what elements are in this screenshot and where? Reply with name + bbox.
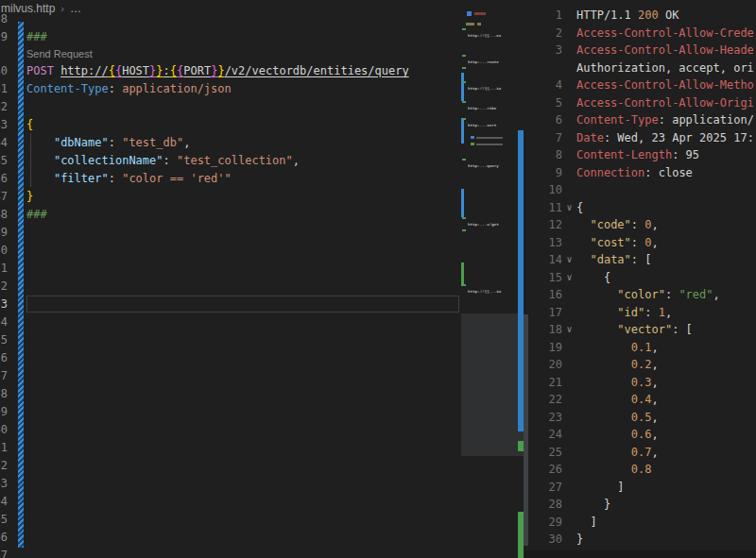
request-url-link[interactable]: { (170, 64, 177, 77)
code-token: HTTP/1.1 (576, 8, 638, 22)
code-token: Connection (576, 166, 644, 179)
request-url-link[interactable]: HOST (122, 64, 149, 77)
codelens-row[interactable]: Send Request (0, 46, 461, 62)
response-line[interactable]: 27 ] (524, 479, 756, 497)
response-line[interactable]: 2Access-Control-Allow-Crede (524, 25, 756, 42)
response-line[interactable]: 1HTTP/1.1 200 OK (524, 7, 756, 25)
request-line[interactable]: 51 (0, 260, 461, 278)
response-line[interactable]: 15∨ { (524, 269, 756, 287)
response-line[interactable]: 19 0.1, (524, 339, 756, 357)
request-line[interactable]: 62 (0, 457, 461, 475)
line-number: 63 (0, 475, 8, 493)
request-url-link[interactable]: } (217, 64, 224, 77)
response-line[interactable]: 21 0.3, (524, 374, 756, 392)
line-number: 47 (0, 188, 8, 206)
response-line[interactable]: 24 0.6, (524, 426, 756, 444)
response-line[interactable]: 10 (524, 181, 756, 199)
minimap-slider[interactable] (461, 313, 524, 456)
response-line[interactable]: 6Content-Type: application/ (524, 111, 756, 129)
request-url-link[interactable]: { (109, 64, 115, 77)
minimap-line: http:...s/get (468, 222, 499, 227)
code-token: application/json (122, 82, 232, 95)
request-line[interactable]: 40POST http://{{HOST}}:{{PORT}}/v2/vecto… (0, 62, 461, 80)
request-line[interactable]: 57 (0, 367, 461, 385)
request-line[interactable]: 54 (0, 313, 461, 331)
response-line[interactable]: 16 "color": "red", (524, 286, 756, 304)
request-line[interactable]: 58 (0, 385, 461, 403)
breadcrumb-more[interactable]: … (70, 2, 81, 15)
response-line[interactable]: Authorization, accept, ori (524, 59, 756, 77)
request-line[interactable]: 46 "filter": "color == 'red'" (0, 170, 461, 188)
line-number: 42 (0, 98, 8, 116)
request-url-link[interactable]: /v2/vectordb/entities/query (225, 64, 409, 77)
request-line[interactable]: 43{ (0, 116, 461, 134)
code-token: , (651, 446, 658, 459)
response-line[interactable]: 12 "code": 0, (524, 216, 756, 234)
request-url-link[interactable]: } (156, 64, 163, 77)
response-line[interactable]: 18∨ "vector": [ (524, 321, 756, 339)
request-line[interactable]: 47} (0, 188, 461, 206)
response-line[interactable]: 25 0.7, (524, 444, 756, 462)
response-line[interactable]: 20 0.2, (524, 356, 756, 374)
code-token: 0 (644, 236, 651, 249)
code-token: "collectionName" (54, 154, 163, 167)
minimap-separator-tick (462, 55, 466, 57)
response-line[interactable]: 30} (524, 531, 756, 549)
request-line[interactable]: 53 (0, 296, 461, 313)
breadcrumb-file[interactable]: milvus.http (1, 2, 55, 15)
response-line[interactable]: 17 "id": 1, (524, 304, 756, 322)
code-token: Access-Control-Allow-Crede (576, 26, 754, 40)
request-url-link[interactable]: PORT (183, 64, 211, 77)
line-number: 12 (524, 216, 562, 234)
code-token: Access-Control-Allow-Heade (576, 43, 754, 57)
response-line[interactable]: 5Access-Control-Allow-Origi (524, 94, 756, 112)
request-line[interactable]: 52 (0, 278, 461, 296)
request-line[interactable]: 49 (0, 224, 461, 242)
request-code-area[interactable]: 3839###Send Request40POST http://{{HOST}… (0, 10, 461, 558)
request-line[interactable]: 61 (0, 439, 461, 457)
request-line[interactable]: 65 (0, 511, 461, 529)
code-token: { (576, 271, 610, 284)
request-line[interactable]: 64 (0, 493, 461, 511)
request-url-link[interactable]: : (163, 64, 170, 77)
minimap[interactable]: http://{{...eshttp:...reatehttp://{{...i… (461, 0, 518, 558)
response-line[interactable]: 14∨ "data": [ (524, 251, 756, 269)
line-number: 48 (0, 206, 8, 224)
code-token: "color == 'red'" (122, 172, 232, 185)
request-line[interactable]: 60 (0, 421, 461, 439)
response-line[interactable]: 28 } (524, 496, 756, 514)
fold-chevron-icon[interactable]: ∨ (562, 199, 576, 217)
fold-chevron-icon[interactable]: ∨ (562, 269, 576, 287)
request-line[interactable]: 48### (0, 206, 461, 224)
response-line[interactable]: 3Access-Control-Allow-Heade (524, 42, 756, 59)
request-line[interactable]: 56 (0, 349, 461, 367)
response-code-area[interactable]: 1HTTP/1.1 200 OK2Access-Control-Allow-Cr… (524, 7, 756, 549)
request-url-link[interactable]: http:// (60, 64, 109, 77)
request-line[interactable]: 63 (0, 475, 461, 493)
request-line[interactable]: 55 (0, 331, 461, 349)
response-line[interactable]: 23 0.5, (524, 409, 756, 427)
response-line[interactable]: 22 0.4, (524, 391, 756, 409)
response-line[interactable]: 8Content-Length: 95 (524, 146, 756, 164)
request-line[interactable]: 66 (0, 529, 461, 547)
response-line[interactable]: 26 0.8 (524, 461, 756, 479)
request-line[interactable]: 42 (0, 98, 461, 116)
code-token (576, 358, 631, 371)
response-line[interactable]: 13 "cost": 0, (524, 234, 756, 252)
request-line[interactable]: 45 "collectionName": "test_collection", (0, 152, 461, 170)
request-line[interactable]: 39### (0, 28, 461, 46)
code-token: { (576, 201, 583, 214)
request-line[interactable]: 50 (0, 242, 461, 260)
request-line[interactable]: 41Content-Type: application/json (0, 80, 461, 98)
response-line[interactable]: 7Date: Wed, 23 Apr 2025 17: (524, 129, 756, 147)
response-line[interactable]: 9Connection: close (524, 164, 756, 182)
response-line[interactable]: 4Access-Control-Allow-Metho (524, 76, 756, 94)
send-request-link[interactable]: Send Request (26, 48, 93, 59)
request-line[interactable]: 59 (0, 403, 461, 421)
request-line[interactable]: 67 (0, 547, 461, 558)
request-line[interactable]: 44 "dbName": "test_db", (0, 134, 461, 152)
fold-chevron-icon[interactable]: ∨ (562, 321, 576, 339)
response-line[interactable]: 29 ] (524, 514, 756, 532)
fold-chevron-icon[interactable]: ∨ (562, 251, 576, 269)
response-line[interactable]: 11∨{ (524, 199, 756, 217)
